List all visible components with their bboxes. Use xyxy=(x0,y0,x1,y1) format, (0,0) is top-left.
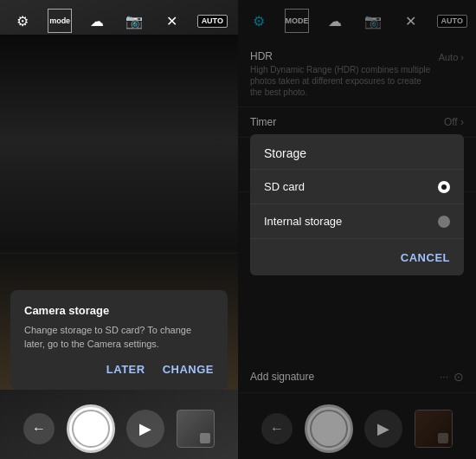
storage-dialog: Camera storage Change storage to SD card… xyxy=(10,290,228,390)
sd-card-option[interactable]: SD card xyxy=(250,170,464,204)
sd-card-label: SD card xyxy=(264,180,305,193)
back-icon-left: ← xyxy=(32,421,46,436)
popup-cancel-row[interactable]: CANCEL xyxy=(250,239,464,275)
dialog-actions: LATER CHANGE xyxy=(24,363,214,376)
left-panel: ⚙ mode ☁ 📷 ✕ AUTO Camera storage Change … xyxy=(0,0,238,459)
camera-settings-icon[interactable]: 📷 xyxy=(122,9,146,33)
left-top-bar: ⚙ mode ☁ 📷 ✕ AUTO xyxy=(0,0,238,42)
cloud-icon[interactable]: ☁ xyxy=(85,9,109,33)
horizon-line xyxy=(0,253,238,254)
cancel-button-right[interactable]: CANCEL xyxy=(401,251,450,264)
bluetooth-icon[interactable]: ✕ xyxy=(160,9,184,33)
storage-popup: Storage SD card Internal storage CANCEL xyxy=(250,134,464,275)
back-button-left[interactable]: ← xyxy=(23,413,55,444)
dialog-body: Change storage to SD card? To change lat… xyxy=(24,324,214,351)
left-bottom-bar: ← ▶ xyxy=(0,398,238,459)
dialog-title: Camera storage xyxy=(24,304,214,317)
sd-card-radio[interactable] xyxy=(438,181,450,193)
mode-icon[interactable]: mode xyxy=(48,9,72,33)
settings-content: HDR High Dynamic Range (HDR) combines mu… xyxy=(238,42,476,459)
gallery-thumbnail-left[interactable] xyxy=(177,410,215,448)
change-button[interactable]: CHANGE xyxy=(163,363,214,376)
later-button[interactable]: LATER xyxy=(106,363,145,376)
shutter-button-left[interactable] xyxy=(67,404,115,453)
internal-storage-radio[interactable] xyxy=(438,216,450,228)
right-panel: ⚙ MODE ☁ 📷 ✕ AUTO HDR High Dynamic Range… xyxy=(238,0,476,459)
radio-dot-inner xyxy=(441,184,447,190)
internal-storage-option[interactable]: Internal storage xyxy=(250,204,464,239)
shutter-inner-left xyxy=(72,410,110,448)
auto-badge: AUTO xyxy=(197,15,228,28)
video-icon-left: ▶ xyxy=(139,419,151,438)
popup-title: Storage xyxy=(250,134,464,170)
settings-icon[interactable]: ⚙ xyxy=(10,9,35,33)
video-button-left[interactable]: ▶ xyxy=(126,410,164,448)
internal-storage-label: Internal storage xyxy=(264,215,342,228)
